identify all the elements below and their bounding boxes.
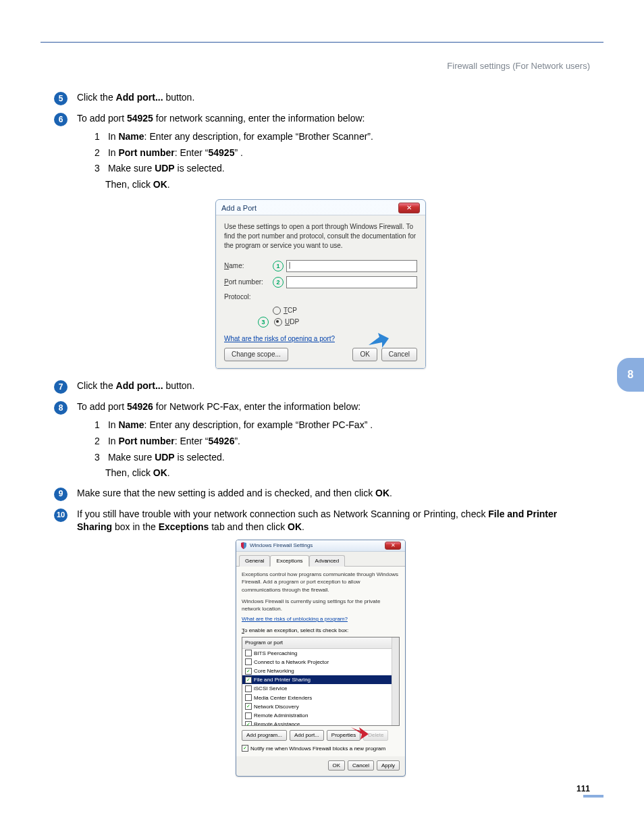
name-label: Name: <box>224 261 270 271</box>
step-10-text: If you still have trouble with your netw… <box>77 508 587 534</box>
list-item[interactable]: Media Center Extenders <box>242 694 399 702</box>
risk-link[interactable]: What are the risks of opening a port? <box>224 334 335 344</box>
step-8-sub3: 3 Make sure UDP is selected. <box>95 451 587 465</box>
pointer-arrow-icon <box>369 332 389 349</box>
step-6-sub3: 3 Make sure UDP is selected. <box>95 162 587 176</box>
callout-1-icon: 1 <box>273 261 284 271</box>
tcp-label: TCP <box>284 306 297 315</box>
firewall-settings-dialog: Windows Firewall Settings ✕ General Exce… <box>236 540 406 777</box>
list-item[interactable]: File and Printer Sharing <box>242 675 399 684</box>
page-number: 111 <box>576 784 590 793</box>
add-a-port-dialog: Add a Port ✕ Use these settings to open … <box>215 199 426 369</box>
section-header: Firewall settings (For Network users) <box>447 61 590 71</box>
close-button-2[interactable]: ✕ <box>385 542 401 550</box>
chapter-thumb-tab: 8 <box>617 358 644 392</box>
checkbox[interactable] <box>245 658 252 665</box>
add-port-button[interactable]: Add port... <box>290 730 324 740</box>
list-item[interactable]: Core Networking <box>242 667 399 675</box>
step-6-badge: 6 <box>54 113 68 126</box>
ok-button[interactable]: OK <box>352 348 377 361</box>
list-item-label: Remote Assistance <box>254 721 300 726</box>
list-item-label: iSCSI Service <box>254 685 287 692</box>
svg-marker-0 <box>369 333 389 348</box>
close-button[interactable]: ✕ <box>398 203 420 213</box>
udp-label: UDP <box>285 317 299 327</box>
protocol-label: Protocol: <box>224 292 270 302</box>
step-8-badge: 8 <box>54 401 68 415</box>
callout-3-icon: 3 <box>258 317 269 328</box>
step-8-sub2: 2 In Port number: Enter “54926”. <box>95 435 587 448</box>
step-7-badge: 7 <box>54 380 68 394</box>
step-6-sub2: 2 In Port number: Enter “54925” . <box>95 147 587 160</box>
enable-exception-label: To enable an exception, select its check… <box>242 627 400 634</box>
dialog2-title: Windows Firewall Settings <box>250 542 313 549</box>
list-item-label: Core Networking <box>254 667 294 675</box>
list-item-label: Connect to a Network Projector <box>254 658 329 666</box>
shield-icon <box>240 542 247 549</box>
checkbox[interactable] <box>245 650 252 656</box>
list-item[interactable]: Connect to a Network Projector <box>242 658 399 667</box>
list-item-label: Media Center Extenders <box>254 694 312 702</box>
footer-accent <box>583 795 603 798</box>
checkbox[interactable] <box>245 721 252 727</box>
cancel-button[interactable]: Cancel <box>381 348 417 361</box>
cancel-button-2[interactable]: Cancel <box>348 760 374 771</box>
notify-label: Notify me when Windows Firewall blocks a… <box>250 745 385 752</box>
exceptions-list[interactable]: Program or port BITS PeercachingConnect … <box>242 637 400 726</box>
list-item[interactable]: Network Discovery <box>242 702 399 711</box>
step-8-sub1: 1 In Name: Enter any description, for ex… <box>95 419 587 432</box>
checkbox[interactable] <box>245 694 252 701</box>
list-item-label: Network Discovery <box>254 703 299 710</box>
step-9-text: Make sure that the new setting is added … <box>77 487 587 500</box>
pointer-arrow-icon-2 <box>351 725 369 739</box>
list-item[interactable]: Remote Assistance <box>242 720 399 726</box>
notify-checkbox[interactable] <box>242 745 248 752</box>
tab-general[interactable]: General <box>239 555 270 567</box>
step-6-sub1: 1 In Name: Enter any description, for ex… <box>95 130 587 144</box>
list-item-label: Remote Administration <box>254 712 308 719</box>
apply-button[interactable]: Apply <box>377 760 400 771</box>
port-number-label: Port number: <box>224 278 270 287</box>
add-program-button[interactable]: Add program... <box>242 730 287 740</box>
list-item[interactable]: iSCSI Service <box>242 684 399 693</box>
checkbox[interactable] <box>245 677 252 683</box>
content: 5 Click the Add port... button. 6 To add… <box>54 91 587 777</box>
step-5-badge: 5 <box>54 92 68 105</box>
svg-marker-1 <box>351 727 369 739</box>
dlg2-desc1: Exceptions control how programs communic… <box>242 571 400 594</box>
header-divider <box>41 42 603 43</box>
step-7-text: Click the Add port... button. <box>77 380 587 393</box>
notify-row[interactable]: Notify me when Windows Firewall blocks a… <box>242 745 400 752</box>
step-8-text: To add port 54926 for Network PC-Fax, en… <box>77 400 587 414</box>
step-8-then: Then, click OK. <box>105 467 587 480</box>
list-item[interactable]: Remote Administration <box>242 711 399 720</box>
step-6-then: Then, click OK. <box>105 178 587 192</box>
step-10-badge: 10 <box>54 509 68 522</box>
udp-radio[interactable] <box>274 318 282 326</box>
checkbox[interactable] <box>245 685 252 692</box>
tcp-radio[interactable] <box>273 307 281 315</box>
scrollbar[interactable] <box>392 637 399 725</box>
list-item[interactable]: BITS Peercaching <box>242 649 399 658</box>
list-header: Program or port <box>242 637 399 648</box>
callout-2-icon: 2 <box>273 277 284 288</box>
step-6-text: To add port 54925 for network scanning, … <box>77 112 587 126</box>
tab-exceptions[interactable]: Exceptions <box>270 555 308 567</box>
dialog-description: Use these settings to open a port throug… <box>224 222 417 251</box>
list-item-label: File and Printer Sharing <box>254 676 311 683</box>
tab-advanced[interactable]: Advanced <box>309 555 346 567</box>
dlg2-desc2: Windows Firewall is currently using sett… <box>242 598 400 613</box>
step-5-text: Click the Add port... button. <box>77 91 587 105</box>
checkbox[interactable] <box>245 703 252 710</box>
checkbox[interactable] <box>245 712 252 719</box>
port-number-input[interactable] <box>286 276 417 288</box>
dlg2-risk-link[interactable]: What are the risks of unblocking a progr… <box>242 616 348 622</box>
step-9-badge: 9 <box>54 488 68 501</box>
change-scope-button[interactable]: Change scope... <box>224 348 288 361</box>
list-item-label: BITS Peercaching <box>254 650 297 657</box>
checkbox[interactable] <box>245 668 252 675</box>
dialog-title: Add a Port <box>221 203 257 213</box>
ok-button-2[interactable]: OK <box>328 760 346 771</box>
name-input[interactable]: | <box>286 260 417 272</box>
